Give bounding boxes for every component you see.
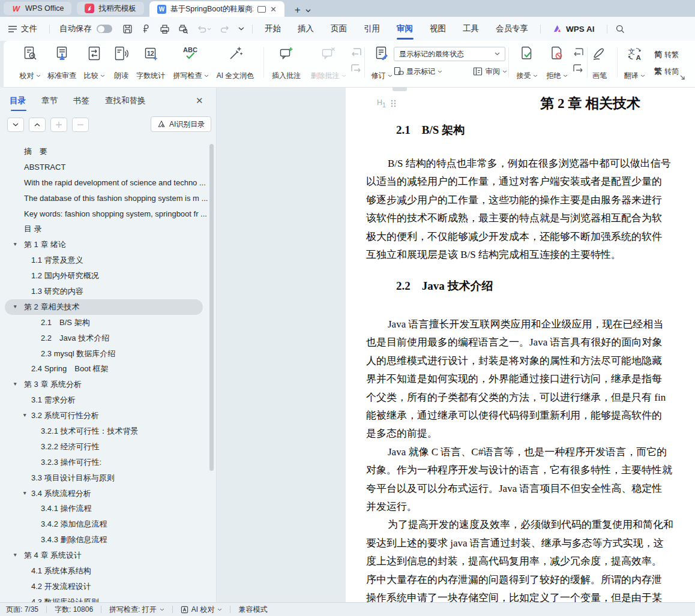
tab-document-active[interactable]: W 基于SpringBoot的鞋履商城 ✕ bbox=[149, 1, 284, 17]
expand-all-button[interactable] bbox=[7, 118, 24, 132]
toc-item[interactable]: 4.2 开发流程设计 bbox=[0, 579, 209, 594]
markup-state-dropdown[interactable]: 显示标记的最终状态 bbox=[394, 47, 505, 61]
next-comment-button[interactable] bbox=[349, 62, 363, 74]
ribbon-expand-icon[interactable] bbox=[679, 74, 686, 81]
tab-find-replace[interactable]: 查找和替换 bbox=[105, 95, 146, 111]
toc-item[interactable]: 3.4.3 删除信息流程 bbox=[0, 532, 209, 548]
show-markup-button[interactable]: 显示标记 bbox=[394, 65, 442, 78]
toc-item[interactable]: ▼第 1 章 绪论 bbox=[0, 237, 209, 253]
toc-item[interactable]: 4.3 数据库设计原则 bbox=[0, 594, 209, 602]
toc-item[interactable]: ▼第 4 章 系统设计 bbox=[0, 548, 209, 563]
spell-check-button[interactable]: ABC 拼写检查 bbox=[170, 46, 212, 81]
toc-item[interactable]: 3.2.2 经济可行性 bbox=[0, 439, 209, 455]
read-aloud-button[interactable]: 朗读 bbox=[109, 46, 133, 81]
sidebar-scrollbar-thumb[interactable] bbox=[209, 144, 214, 471]
collapse-all-button[interactable] bbox=[29, 118, 46, 132]
toc-item[interactable]: 3.2.3 操作可行性: bbox=[0, 455, 209, 470]
chapter-title[interactable]: 第 2 章 相关技术 bbox=[346, 94, 695, 113]
print-preview-button[interactable] bbox=[174, 24, 193, 34]
translate-button[interactable]: 文A 翻译 bbox=[619, 46, 649, 81]
zoom-out-button[interactable] bbox=[72, 118, 89, 132]
toc-item[interactable]: 3.3 项目设计目标与原则 bbox=[0, 470, 209, 486]
track-changes-button[interactable]: 修订 bbox=[368, 46, 396, 81]
file-menu-button[interactable]: 文件 bbox=[0, 23, 46, 34]
new-tab-button[interactable]: + bbox=[295, 6, 301, 14]
ai-proofread-status[interactable]: AI 校对 bbox=[181, 605, 223, 615]
menu-item-insert[interactable]: 插入 bbox=[289, 17, 322, 41]
paragraph-java[interactable]: Java 语言擅长开发互联网类应用和企业级应用，现在已经相当 也是目前使用最多的… bbox=[366, 315, 695, 608]
document-page[interactable]: H1 第 2 章 相关技术 2.1 B/S 架构 B/S 结构的特点也非常多，例… bbox=[346, 88, 695, 602]
proofread-button[interactable]: 校对 bbox=[14, 46, 46, 81]
delete-comment-button[interactable]: 删除批注 bbox=[307, 46, 349, 81]
menu-item-tools[interactable]: 工具 bbox=[454, 17, 487, 41]
word-count-button[interactable]: 12 字数统计 bbox=[133, 46, 169, 81]
toc-item[interactable]: 3.4.1 操作流程 bbox=[0, 501, 209, 516]
toc-item[interactable]: 2.1 B/S 架构 bbox=[0, 315, 209, 330]
close-tab-icon[interactable]: ✕ bbox=[270, 5, 277, 14]
toc-item[interactable]: ▼3.4 系统流程分析 bbox=[0, 486, 209, 501]
collapse-arrow-icon[interactable]: ▼ bbox=[22, 408, 27, 423]
menu-item-member[interactable]: 会员专享 bbox=[487, 17, 537, 41]
spell-check-status[interactable]: 拼写检查: 打开 bbox=[109, 605, 164, 615]
previous-change-button[interactable] bbox=[571, 46, 585, 58]
toc-item[interactable]: ▼3.2 系统可行性分析 bbox=[0, 408, 209, 423]
print-button[interactable] bbox=[155, 24, 174, 34]
zoom-in-button[interactable] bbox=[50, 118, 67, 132]
toc-item[interactable]: With the rapid development of science an… bbox=[0, 175, 209, 191]
export-pdf-button[interactable] bbox=[137, 24, 155, 34]
toc-item-selected[interactable]: ▼第 2 章相关技术 bbox=[5, 299, 203, 315]
simplified-to-traditional-button[interactable]: 简 转繁 bbox=[654, 48, 679, 61]
paragraph-bs[interactable]: B/S 结构的特点也非常多，例如在很多浏览器中都可以做出信号 以适当的减轻用户的… bbox=[366, 155, 695, 264]
toc-item[interactable]: 3.4.2 添加信息流程 bbox=[0, 516, 209, 532]
tab-list-chevron-icon[interactable] bbox=[305, 9, 311, 13]
collapse-arrow-icon[interactable]: ▼ bbox=[13, 548, 17, 563]
section-heading-21[interactable]: 2.1 B/S 架构 bbox=[396, 122, 465, 138]
toc-item[interactable]: 3.1 需求分析 bbox=[0, 392, 209, 408]
toc-item[interactable]: 3.2.1 技术可行性：技术背景 bbox=[0, 423, 209, 439]
ai-recognize-catalog-button[interactable]: AI识别目录 bbox=[151, 116, 211, 132]
toc-item[interactable]: Key words: fashion shopping system, spri… bbox=[0, 206, 209, 222]
traditional-to-simplified-button[interactable]: 繁 转简 bbox=[654, 65, 679, 78]
toc-item[interactable]: 1.2 国内外研究概况 bbox=[0, 268, 209, 284]
brush-button[interactable]: 画笔 bbox=[586, 46, 613, 81]
menu-item-view[interactable]: 视图 bbox=[421, 17, 454, 41]
sidebar-close-icon[interactable]: ✕ bbox=[196, 95, 203, 106]
search-button[interactable] bbox=[611, 24, 630, 34]
toolbar-more-button[interactable] bbox=[234, 27, 248, 31]
tab-docer-template[interactable]: 找稻壳模板 bbox=[77, 2, 144, 15]
insert-comment-button[interactable]: 插入批注 bbox=[268, 46, 305, 81]
compatibility-mode-indicator[interactable]: 兼容模式 bbox=[238, 605, 267, 615]
autosave-toggle[interactable] bbox=[97, 25, 112, 33]
menu-item-review[interactable]: 审阅 bbox=[388, 17, 421, 41]
tab-wps-home[interactable]: W WPS Office bbox=[4, 2, 71, 15]
collapse-arrow-icon[interactable]: ▼ bbox=[13, 299, 17, 315]
toc-item[interactable]: ABSTRACT bbox=[0, 160, 209, 175]
reader-mode-icon[interactable] bbox=[257, 6, 266, 13]
toc-item[interactable]: 2.4 Spring Boot 框架 bbox=[0, 361, 209, 377]
save-button[interactable] bbox=[118, 24, 137, 34]
tab-chapters[interactable]: 章节 bbox=[41, 95, 58, 111]
tab-catalog[interactable]: 目录 bbox=[10, 95, 26, 111]
collapse-arrow-icon[interactable]: ▼ bbox=[13, 377, 17, 392]
autosave-control[interactable]: 自动保存 bbox=[53, 23, 118, 34]
menu-item-reference[interactable]: 引用 bbox=[355, 17, 388, 41]
toc-item[interactable]: The database of this fashion shopping sy… bbox=[0, 191, 209, 206]
toc-item[interactable]: 4.1 系统体系结构 bbox=[0, 563, 209, 579]
accept-change-button[interactable]: 接受 bbox=[511, 46, 543, 81]
reject-change-button[interactable]: 拒绝 bbox=[541, 46, 573, 81]
toc-item[interactable]: 1.1 背景及意义 bbox=[0, 253, 209, 268]
toc-item[interactable]: 2.2 Java 技术介绍 bbox=[0, 330, 209, 346]
toc-item[interactable]: 目 录 bbox=[0, 221, 209, 237]
tab-bookmarks[interactable]: 书签 bbox=[73, 95, 89, 111]
undo-button[interactable] bbox=[193, 24, 215, 34]
menu-item-home[interactable]: 开始 bbox=[256, 17, 289, 41]
toc-item[interactable]: 摘 要 bbox=[0, 144, 209, 160]
collapse-arrow-icon[interactable]: ▼ bbox=[22, 486, 27, 501]
review-pane-button[interactable]: 审阅 bbox=[473, 65, 507, 78]
ai-polish-button[interactable]: AI 全文润色 bbox=[210, 46, 260, 81]
toc-item[interactable]: 2.3 mysql 数据库介绍 bbox=[0, 346, 209, 362]
next-change-button[interactable] bbox=[571, 62, 585, 74]
menu-item-page[interactable]: 页面 bbox=[322, 17, 355, 41]
previous-comment-button[interactable] bbox=[349, 46, 363, 58]
compare-button[interactable]: 比较 bbox=[79, 46, 109, 81]
